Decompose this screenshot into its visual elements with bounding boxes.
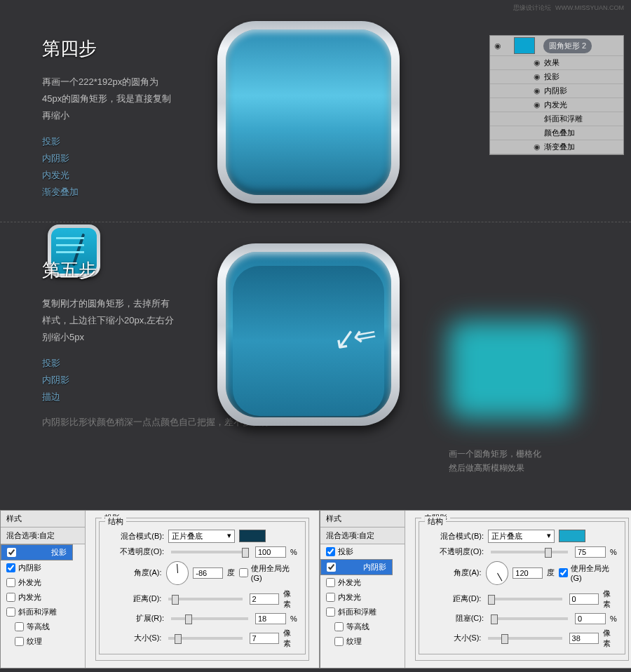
style-item[interactable]: 等高线 — [320, 619, 405, 634]
style-checkbox[interactable] — [15, 622, 24, 631]
style-checkbox[interactable] — [326, 593, 335, 602]
layer-name: 圆角矩形 2 — [543, 39, 592, 53]
scribble-arrow: ↙⇐ — [330, 317, 376, 356]
style-item[interactable]: 投影 — [320, 544, 405, 559]
styles-sidebar: 样式混合选项:自定 投影 内阴影 外发光 内发光 斜面和浮雕 等高线 纹理 — [1, 511, 86, 668]
color-swatch[interactable] — [239, 530, 266, 542]
struct-legend: 结构 — [425, 516, 446, 527]
opacity-slider[interactable] — [171, 551, 248, 553]
struct-legend: 结构 — [105, 516, 126, 527]
dialog-main: 内阴影结构混合模式(B):正片叠底▾不透明度(O):75%角度(A):120度 … — [405, 511, 631, 668]
style-checkbox[interactable] — [334, 622, 344, 631]
opacity-slider[interactable] — [491, 551, 568, 553]
style-item[interactable]: 纹理 — [1, 634, 85, 649]
fx-header[interactable]: ◉ 效果 — [490, 56, 623, 70]
style-item[interactable]: 斜面和浮雕 — [320, 605, 405, 619]
visibility-icon[interactable]: ◉ — [532, 100, 542, 109]
style-checkbox[interactable] — [327, 563, 336, 572]
opacity-value[interactable]: 75 — [575, 546, 606, 558]
styles-header: 样式 — [1, 511, 85, 527]
fx-item[interactable]: ◉ 投影 — [490, 70, 623, 84]
fx-item[interactable]: 颜色叠加 — [490, 126, 623, 140]
choke-slider[interactable] — [491, 617, 568, 620]
style-checkbox[interactable] — [15, 637, 24, 646]
styles-header: 样式 — [320, 511, 405, 527]
opacity-value[interactable]: 100 — [255, 546, 286, 558]
style-item[interactable]: 内发光 — [1, 590, 85, 605]
distance-slider[interactable] — [488, 598, 562, 600]
spread-value[interactable]: 18 — [255, 613, 286, 624]
style-item[interactable]: 内阴影 — [320, 559, 393, 575]
blend-mode-select[interactable]: 正片叠底▾ — [168, 530, 235, 543]
size-value[interactable]: 38 — [569, 633, 599, 644]
layer-row[interactable]: ◉ 圆角矩形 2 — [490, 36, 623, 56]
angle-value[interactable]: -86 — [193, 567, 223, 579]
style-checkbox[interactable] — [6, 593, 15, 602]
color-swatch[interactable] — [559, 530, 585, 542]
visibility-icon[interactable]: ◉ — [532, 142, 542, 152]
style-item[interactable]: 外发光 — [320, 575, 405, 590]
style-checkbox[interactable] — [334, 637, 344, 646]
style-checkbox[interactable] — [6, 578, 15, 587]
global-light-checkbox[interactable] — [559, 568, 568, 577]
size-value[interactable]: 7 — [250, 633, 279, 644]
style-item[interactable]: 投影 — [1, 544, 73, 560]
fx-item[interactable]: ◉ 内发光 — [490, 98, 623, 112]
distance-slider[interactable] — [168, 598, 242, 600]
distance-value[interactable]: 0 — [569, 593, 599, 605]
layers-panel[interactable]: ◉ 圆角矩形 2 ◉ 效果 ◉ 投影◉ 内阴影◉ 内发光 斜面和浮雕 颜色叠加◉… — [489, 35, 624, 155]
fx-item[interactable]: 斜面和浮雕 — [490, 112, 623, 126]
distance-value[interactable]: 2 — [250, 593, 279, 605]
styles-sidebar: 样式混合选项:自定 投影 内阴影 外发光 内发光 斜面和浮雕 等高线 纹理 — [320, 511, 405, 668]
dialogs-row: 样式混合选项:自定 投影 内阴影 外发光 内发光 斜面和浮雕 等高线 纹理投影结… — [0, 510, 631, 668]
dialog-inner-shadow: 样式混合选项:自定 投影 内阴影 外发光 内发光 斜面和浮雕 等高线 纹理内阴影… — [320, 510, 631, 668]
style-checkbox[interactable] — [7, 548, 16, 557]
size-slider[interactable] — [168, 637, 242, 640]
layer-thumb — [514, 37, 535, 54]
visibility-icon[interactable]: ◉ — [532, 72, 542, 81]
glow-caption: 画一个圆角矩形，栅格化然后做高斯模糊效果 — [449, 447, 541, 475]
style-item[interactable]: 等高线 — [1, 619, 85, 634]
dialog-drop-shadow: 样式混合选项:自定 投影 内阴影 外发光 内发光 斜面和浮雕 等高线 纹理投影结… — [0, 510, 320, 668]
style-checkbox[interactable] — [6, 607, 15, 617]
blend-options[interactable]: 混合选项:自定 — [320, 527, 405, 544]
choke-value[interactable]: 0 — [575, 613, 606, 624]
style-item[interactable]: 内发光 — [320, 590, 405, 605]
glow-preview — [449, 321, 575, 419]
step4-section: 第四步 再画一个222*192px的圆角为45px的圆角矩形，我是直接复制再缩小… — [0, 0, 631, 222]
angle-dial[interactable] — [486, 561, 509, 585]
visibility-icon[interactable]: ◉ — [532, 86, 542, 95]
dialog-main: 投影结构混合模式(B):正片叠底▾不透明度(O):100%角度(A):-86度 … — [86, 511, 319, 668]
step4-desc: 再画一个222*192px的圆角为45px的圆角矩形，我是直接复制再缩小 — [42, 74, 175, 124]
style-item[interactable]: 斜面和浮雕 — [1, 605, 85, 619]
style-item[interactable]: 纹理 — [320, 634, 405, 649]
global-light-checkbox[interactable] — [239, 568, 248, 577]
style-checkbox[interactable] — [326, 578, 335, 587]
angle-value[interactable]: 120 — [513, 567, 543, 579]
style-checkbox[interactable] — [326, 607, 335, 617]
size-slider[interactable] — [488, 637, 562, 640]
style-item[interactable]: 内阴影 — [1, 560, 85, 575]
blend-mode-select[interactable]: 正片叠底▾ — [488, 530, 555, 543]
style-checkbox[interactable] — [326, 547, 335, 556]
step5-desc: 复制刚才的圆角矩形，去掉所有样式，上边往下缩小20px,左右分别缩小5px — [42, 295, 175, 346]
blend-options[interactable]: 混合选项:自定 — [1, 527, 85, 544]
step5-section: 第五步 复制刚才的圆角矩形，去掉所有样式，上边往下缩小20px,左右分别缩小5p… — [0, 222, 631, 510]
style-checkbox[interactable] — [6, 563, 15, 572]
fx-item[interactable]: ◉ 渐变叠加 — [490, 140, 623, 154]
visibility-icon[interactable]: ◉ — [493, 41, 503, 51]
angle-dial[interactable] — [166, 561, 189, 585]
style-item[interactable]: 外发光 — [1, 575, 85, 590]
fx-item[interactable]: ◉ 内阴影 — [490, 84, 623, 98]
preview-icon-step4 — [217, 21, 400, 203]
spread-slider[interactable] — [171, 617, 248, 620]
